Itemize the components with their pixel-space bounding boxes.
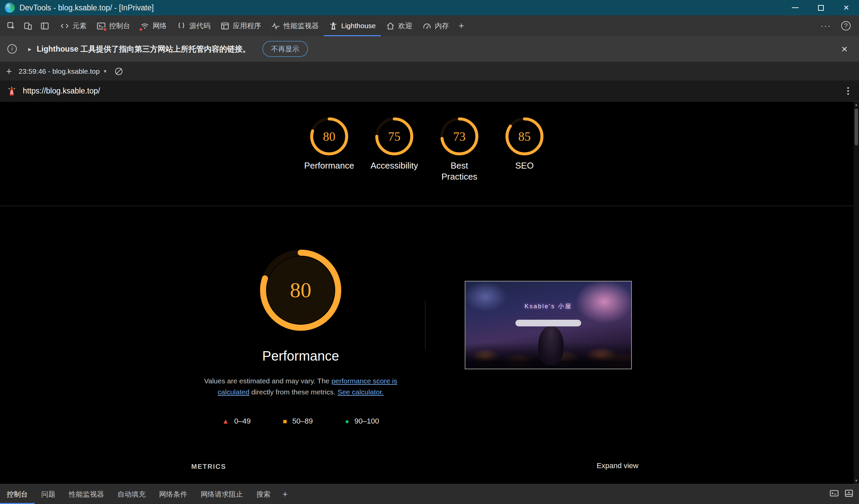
dock-side-icon [40, 21, 49, 31]
tab-label: Lighthouse [341, 22, 376, 30]
clear-reports-icon[interactable] [115, 68, 122, 75]
tab-label: 网络 [153, 21, 167, 31]
devtools-menu-button[interactable]: ··· [818, 18, 833, 33]
drawer-tab-issues[interactable]: 问题 [34, 484, 62, 504]
inspect-element-button[interactable] [3, 18, 19, 33]
dock-side-button[interactable] [37, 18, 52, 33]
minimize-button[interactable] [783, 0, 808, 15]
more-menu-icon: ··· [820, 21, 831, 31]
more-tabs-button[interactable]: + [454, 15, 469, 36]
score-description: Values are estimated and may vary. The p… [200, 376, 401, 397]
lighthouse-infobar: i ▸ Lighthouse 工具提供了指向第三方网站上所托管内容的链接。 不再… [0, 36, 859, 62]
devtools-tab-strip: 元素 控制台 网络 源代码 [0, 15, 859, 36]
window-title: DevTools - blog.ksable.top/ - [InPrivate… [19, 3, 154, 12]
category-gauge-best-practices[interactable]: 73 Best Practices [433, 116, 486, 182]
category-gauge-seo[interactable]: 85 SEO [498, 116, 551, 182]
performance-score-value: 80 [257, 247, 344, 334]
metrics-section-header: METRICS [191, 463, 226, 471]
drawer-tab-console[interactable]: 控制台 [0, 484, 34, 504]
thumbnail-character-art [538, 326, 564, 365]
toolbar-right: ··· ? [818, 15, 859, 36]
tab-performance-monitor[interactable]: 性能监视器 [266, 15, 324, 36]
device-toolbar-button[interactable] [20, 18, 35, 33]
network-icon [140, 21, 149, 31]
expand-drawer-icon[interactable] [844, 489, 854, 500]
scroll-down-icon[interactable]: ▼ [855, 479, 858, 483]
maximize-button[interactable] [808, 0, 833, 15]
drawer-tab-label: 性能监视器 [69, 490, 104, 499]
report-dropdown[interactable]: 23:59:46 - blog.ksable.top ▾ [19, 67, 107, 75]
drawer-tab-network-conditions[interactable]: 网络条件 [152, 484, 194, 504]
scroll-up-icon[interactable]: ▲ [855, 103, 858, 107]
title-bar: DevTools - blog.ksable.top/ - [InPrivate… [0, 0, 859, 15]
info-icon: i [7, 44, 17, 53]
report-options-button[interactable] [844, 87, 852, 95]
tab-elements[interactable]: 元素 [55, 15, 92, 36]
device-toolbar-icon [24, 21, 32, 31]
drawer-right-icons [829, 484, 859, 504]
tab-label: 性能监视器 [284, 21, 319, 31]
tab-welcome[interactable]: 欢迎 [381, 15, 418, 36]
see-calculator-link[interactable]: See calculator. [337, 388, 384, 396]
drawer-more-tabs-button[interactable]: + [277, 484, 293, 504]
report-url-bar: https://blog.ksable.top/ [0, 81, 859, 101]
help-button[interactable]: ? [838, 18, 854, 33]
expand-view-button[interactable]: Expand view [597, 461, 638, 470]
tab-label: 控制台 [109, 21, 130, 31]
drawer-tab-label: 搜索 [256, 490, 270, 499]
vertical-divider [425, 301, 425, 349]
category-label: Performance [304, 160, 355, 171]
dismiss-infobar-button[interactable]: 不再显示 [262, 41, 308, 57]
disclosure-triangle-icon[interactable]: ▸ [28, 45, 32, 53]
memory-icon [422, 21, 432, 31]
fail-triangle-icon: ▲ [222, 418, 229, 425]
new-report-button[interactable]: + [6, 66, 12, 77]
drawer-tab-label: 网络请求阻止 [201, 490, 243, 499]
toolbar-left-icons [0, 15, 55, 36]
report-selector-bar: + 23:59:46 - blog.ksable.top ▾ [0, 62, 859, 81]
maximize-icon [818, 5, 824, 11]
site-favicon-lighthouse-icon [7, 86, 17, 96]
performance-summary: 80 Performance Values are estimated and … [200, 247, 401, 426]
inspect-icon [7, 21, 16, 31]
legend-range: 90–100 [355, 417, 379, 426]
description-text: directly from these metrics. [249, 388, 337, 396]
report-url: https://blog.ksable.top/ [23, 86, 100, 95]
console-panel-icon[interactable] [829, 489, 839, 500]
close-button[interactable]: × [833, 0, 859, 15]
scrollbar-thumb[interactable] [855, 109, 858, 145]
tab-lighthouse[interactable]: Lighthouse [324, 15, 381, 36]
category-label: SEO [515, 160, 534, 171]
category-scores-row: 80 Performance 75 Accessibility [0, 116, 854, 182]
tab-label: 内存 [435, 21, 449, 31]
score-legend: ▲ 0–49 ■ 50–89 ● 90–100 [222, 417, 379, 426]
devtools-window: DevTools - blog.ksable.top/ - [InPrivate… [0, 0, 859, 504]
thumbnail-blossom-art [465, 281, 516, 318]
tab-label: 元素 [73, 21, 87, 31]
category-gauge-performance[interactable]: 80 Performance [302, 116, 356, 182]
tab-console[interactable]: 控制台 [92, 15, 135, 36]
infobar-message: Lighthouse 工具提供了指向第三方网站上所托管内容的链接。 [37, 44, 250, 54]
tab-network[interactable]: 网络 [135, 15, 172, 36]
tab-label: 源代码 [189, 21, 210, 31]
drawer-tab-label: 控制台 [7, 490, 28, 499]
drawer-tab-performance-monitor[interactable]: 性能监视器 [62, 484, 111, 504]
drawer-tab-network-request-blocking[interactable]: 网络请求阻止 [194, 484, 250, 504]
drawer-tab-bar: 控制台 问题 性能监视器 自动填充 网络条件 网络请求阻止 搜索 + [0, 484, 859, 504]
tab-label: 应用程序 [233, 21, 261, 31]
legend-pass: ● 90–100 [345, 417, 379, 426]
drawer-tab-autofill[interactable]: 自动填充 [111, 484, 152, 504]
drawer-tab-search[interactable]: 搜索 [250, 484, 277, 504]
category-gauge-accessibility[interactable]: 75 Accessibility [367, 116, 421, 182]
performance-gauge: 80 [257, 247, 344, 334]
tab-sources[interactable]: 源代码 [172, 15, 215, 36]
legend-average: ■ 50–89 [283, 417, 313, 426]
infobar-close-icon[interactable]: × [837, 43, 852, 55]
score-value: 85 [504, 116, 544, 156]
page-screenshot-thumbnail[interactable]: Ksable's 小屋 [465, 281, 632, 369]
tab-application[interactable]: 应用程序 [215, 15, 266, 36]
drawer-tab-label: 问题 [41, 490, 55, 499]
tab-memory[interactable]: 内存 [418, 15, 454, 36]
category-label: Best Practices [433, 160, 486, 182]
vertical-scrollbar[interactable]: ▲ ▼ [854, 101, 859, 484]
